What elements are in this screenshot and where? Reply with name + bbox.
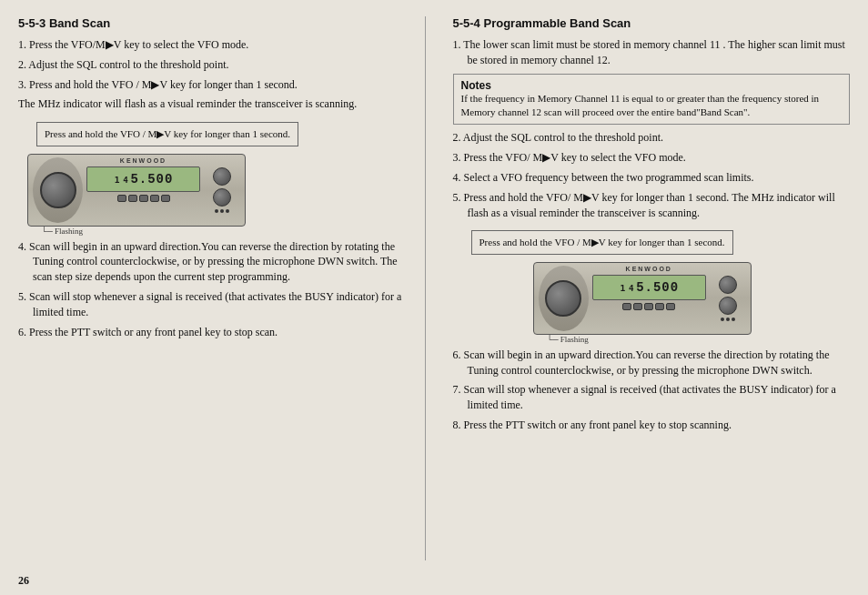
right-step-2: 2. Adjust the SQL control to the thresho… — [453, 130, 851, 146]
left-radio-tuning-knob-panel — [33, 157, 83, 223]
right-step-1: 1. The lower scan limit must be stored i… — [453, 37, 851, 68]
right-radio-speaker — [721, 318, 735, 321]
notes-box: Notes If the frequency in Memory Channel… — [453, 74, 851, 126]
left-callout-text: Press and hold the VFO / M▶V key for lon… — [45, 128, 290, 139]
right-radio-sql-knob — [719, 297, 737, 315]
right-step-3: 3. Press the VFO/ M▶V key to select the … — [453, 150, 851, 166]
right-radio-container: KENWOOD ₁₄5.500 — [533, 262, 770, 344]
page-number: 26 — [0, 570, 868, 595]
right-radio-btn-5 — [666, 303, 675, 310]
left-step-cont-4: 4. Scan will begin in an upward directio… — [18, 239, 416, 285]
left-radio-display: ₁₄5.500 — [86, 166, 200, 192]
left-radio-btn-1 — [117, 195, 126, 202]
right-radio-device: KENWOOD ₁₄5.500 — [533, 262, 752, 335]
right-step-7: 7. Scan will stop whenever a signal is r… — [453, 382, 851, 413]
right-radio-display: ₁₄5.500 — [592, 275, 706, 300]
right-speaker-dot-2 — [726, 318, 730, 321]
right-flashing-arrow: └─ Flashing — [547, 335, 770, 344]
left-radio-btn-2 — [128, 195, 137, 202]
notes-title: Notes — [461, 79, 843, 92]
right-speaker-dot-1 — [721, 318, 724, 321]
right-radio-controls — [592, 303, 706, 310]
right-radio-btn-4 — [655, 303, 664, 310]
left-radio-btn-3 — [139, 195, 148, 202]
right-callout: Press and hold the VFO / M▶V key for lon… — [471, 230, 733, 254]
right-step-8: 8. Press the PTT switch or any front pan… — [453, 418, 851, 433]
left-step-3b: The MHz indicator will flash as a visual… — [18, 96, 416, 112]
left-steps-cont: 4. Scan will begin in an upward directio… — [18, 239, 416, 340]
speaker-dot-1 — [215, 209, 218, 213]
left-radio-brand: KENWOOD — [86, 157, 200, 164]
left-radio-container: KENWOOD ₁₄5.500 — [27, 154, 264, 236]
right-radio-right — [710, 266, 746, 331]
page: 5-5-3 Band Scan 1. Press the VFO/M▶V key… — [0, 0, 868, 595]
left-radio-device: KENWOOD ₁₄5.500 — [27, 154, 246, 227]
right-radio-brand: KENWOOD — [592, 266, 706, 272]
right-radio-middle: KENWOOD ₁₄5.500 — [592, 266, 706, 331]
right-radio-btn-3 — [644, 303, 653, 310]
right-speaker-dot-3 — [732, 318, 735, 321]
left-radio-speaker — [215, 209, 229, 213]
right-radio-tuning-knob-panel — [539, 266, 589, 331]
right-radio-vol-knob — [719, 276, 737, 294]
speaker-dot-2 — [220, 209, 224, 213]
right-radio-btn-2 — [633, 303, 642, 310]
right-radio-tuning-knob — [545, 280, 581, 317]
left-step-3: 3. Press and hold the VFO / M▶V key for … — [18, 77, 416, 93]
right-flashing-label: Flashing — [560, 335, 589, 344]
notes-text: If the frequency in Memory Channel 11 is… — [461, 92, 843, 120]
left-section-title: 5-5-3 Band Scan — [18, 16, 416, 30]
left-flashing-label: Flashing — [55, 227, 83, 236]
right-step-5: 5. Press and hold the VFO/ M▶V key for l… — [453, 190, 851, 221]
left-radio-sql-knob — [213, 188, 231, 207]
left-radio-vol-knob — [213, 167, 231, 186]
right-step-4: 4. Select a VFO frequency between the tw… — [453, 170, 851, 186]
left-flashing-arrow: └─ Flashing — [41, 227, 264, 236]
left-callout: Press and hold the VFO / M▶V key for lon… — [36, 122, 298, 146]
right-steps-1: 1. The lower scan limit must be stored i… — [453, 37, 851, 68]
speaker-dot-3 — [226, 209, 229, 213]
content-area: 5-5-3 Band Scan 1. Press the VFO/M▶V key… — [0, 0, 868, 570]
left-step-cont-6: 6. Press the PTT switch or any front pan… — [18, 325, 416, 340]
left-step-1: 1. Press the VFO/M▶V key to select the V… — [18, 37, 416, 53]
right-steps-2: 2. Adjust the SQL control to the thresho… — [453, 130, 851, 220]
left-radio-middle: KENWOOD ₁₄5.500 — [86, 157, 200, 223]
right-section-title: 5-5-4 Programmable Band Scan — [453, 16, 851, 30]
right-column: 5-5-4 Programmable Band Scan 1. The lowe… — [444, 16, 851, 560]
right-callout-text: Press and hold the VFO / M▶V key for lon… — [479, 237, 725, 247]
left-radio-btn-5 — [161, 195, 170, 202]
left-column: 5-5-3 Band Scan 1. Press the VFO/M▶V key… — [18, 16, 426, 560]
left-steps: 1. Press the VFO/M▶V key to select the V… — [18, 37, 416, 112]
left-radio-btn-4 — [150, 195, 159, 202]
right-steps-3: 6. Scan will begin in an upward directio… — [453, 348, 851, 433]
right-step-6: 6. Scan will begin in an upward directio… — [453, 348, 851, 378]
left-radio-controls — [86, 195, 200, 202]
right-radio-btn-1 — [622, 303, 631, 310]
left-radio-right — [204, 157, 240, 223]
left-step-cont-5: 5. Scan will stop whenever a signal is r… — [18, 289, 416, 320]
left-radio-tuning-knob — [40, 172, 76, 208]
left-step-2: 2. Adjust the SQL control to the thresho… — [18, 57, 416, 73]
